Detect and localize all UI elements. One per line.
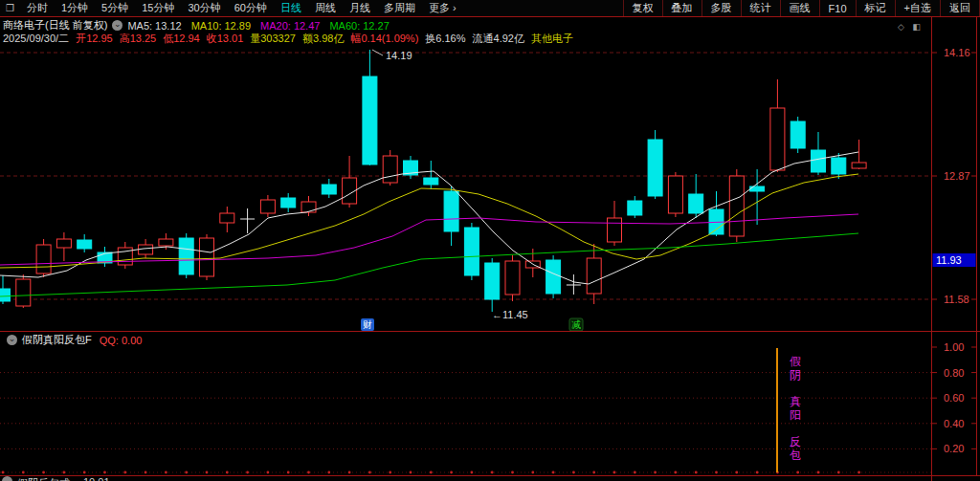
quote-field: 幅0.14(1.09%) [350,32,418,46]
candle[interactable] [36,245,51,273]
indicator-dot [206,471,209,474]
indicator-header: ⌄ 假阴真阳反包F QQ: 0.00 [2,333,142,347]
indicator-axis-label: 0.60 [944,392,964,404]
indicator-axis-label: 1.00 [944,341,964,353]
chevron-down-circle-icon[interactable]: ⌄ [2,476,12,481]
candle[interactable] [852,163,866,168]
candle[interactable] [689,194,703,213]
price-axis-label: 11.58 [944,294,969,305]
indicator-dot [246,471,249,474]
candle[interactable] [628,201,642,215]
ma-values: MA5: 13.12MA10: 12.89MA20: 12.47MA60: 12… [127,20,398,32]
quote-field: 额3.98亿 [302,32,344,46]
candle[interactable] [322,185,336,194]
candle[interactable] [281,198,296,208]
next-indicator-name: 假阴反包式 [17,476,70,481]
indicator-value: QQ: 0.00 [100,335,143,346]
candle[interactable] [363,77,377,164]
indicator-dot [491,471,494,474]
annotation-leader [372,50,383,55]
stock-chart-window: ❐ 分时1分钟5分钟15分钟30分钟60分钟日线周线月线多周期更多 › 复权叠加… [0,0,980,481]
quote-field: 开12.95 [76,32,113,46]
ma-value: MA10: 12.89 [191,20,251,32]
candle[interactable] [424,178,438,185]
quote-field: 换6.16% [425,32,465,46]
chart-corner-icons[interactable]: ◇ ◧ [898,22,924,32]
candle[interactable] [485,263,500,299]
indicator-dot [22,471,25,474]
indicator-dot [410,471,412,474]
indicator-axis-label: 0.80 [944,367,964,379]
indicator-dot [103,471,106,474]
quote-field: 流通4.92亿 [473,32,524,46]
candle[interactable] [791,121,805,148]
quote-field: 高13.25 [120,32,157,46]
candle[interactable] [546,260,561,294]
indicator-dot [430,471,433,474]
candle[interactable] [668,176,682,213]
indicator-dot [63,471,66,474]
indicator-dot [634,471,636,474]
candle[interactable] [159,239,173,246]
candle[interactable] [832,158,846,174]
signal-label-char: 真 [790,395,801,408]
candle[interactable] [16,279,31,306]
chevron-down-circle-icon[interactable]: ⌄ [7,335,17,345]
indicator-axis-label: 0.20 [944,443,964,454]
signal-label-char: 反 [790,435,801,448]
candle[interactable] [179,238,193,274]
ma-value: MA20: 12.47 [260,20,320,32]
candle[interactable] [383,156,397,183]
signal-label-char: 包 [790,448,801,462]
candle[interactable] [587,258,601,294]
indicator-name[interactable]: 假阴真阳反包F [22,333,92,347]
candlestick-chart[interactable]: 财减14.19←11.45假阴真阳反包14.1612.8711.5811.931… [0,0,980,481]
candle[interactable] [260,200,275,213]
indicator-dot [858,471,860,474]
next-indicator-header-clipped: ⌄ 假阴反包式 10.01 [2,476,110,481]
indicator-dot [226,471,229,474]
candle[interactable] [200,238,214,276]
candle[interactable] [608,218,622,242]
candle[interactable] [0,289,11,301]
indicator-dot [327,471,330,474]
candle[interactable] [301,202,316,212]
indicator-dot [837,471,840,474]
indicator-dot [613,471,616,474]
indicator-dot [531,471,534,474]
chevron-down-circle-icon[interactable]: ⌄ [112,20,122,31]
indicator-dot [42,471,45,474]
quote-field: 低12.94 [163,32,200,46]
price-axis-label: 14.16 [944,47,970,58]
price-annotation: ←11.45 [492,309,528,320]
price-axis-label: 12.87 [944,170,970,182]
indicator-dot [552,471,555,474]
indicator-dot [368,471,371,474]
candle[interactable] [464,228,479,275]
candle[interactable] [444,191,458,231]
candle[interactable] [220,213,234,223]
indicator-dot [817,471,820,474]
candle[interactable] [78,240,92,249]
indicator-axis-label: 0.40 [944,418,964,429]
candle[interactable] [139,245,153,254]
candle[interactable] [770,108,785,170]
indicator-dot [145,471,147,474]
event-badge-label: 财 [363,319,372,330]
cursor-price-label: 11.93 [936,254,962,266]
indicator-dot [675,471,678,474]
stock-title: 商络电子(日线 前复权) [3,18,107,33]
quote-info-row: 2025/09/30/二开12.95高13.25低12.94收13.01量303… [3,32,580,46]
indicator-dot [735,471,738,474]
indicator-dot [695,471,698,474]
signal-label-char: 阴 [790,368,801,382]
candle[interactable] [812,150,826,172]
candle[interactable] [56,239,71,248]
ma-value: MA5: 13.12 [127,20,181,32]
indicator-dot [123,471,126,474]
indicator-dot [267,471,270,474]
candle[interactable] [729,176,744,236]
candle[interactable] [505,261,520,295]
candle[interactable] [648,140,662,196]
indicator-dot [450,471,453,474]
